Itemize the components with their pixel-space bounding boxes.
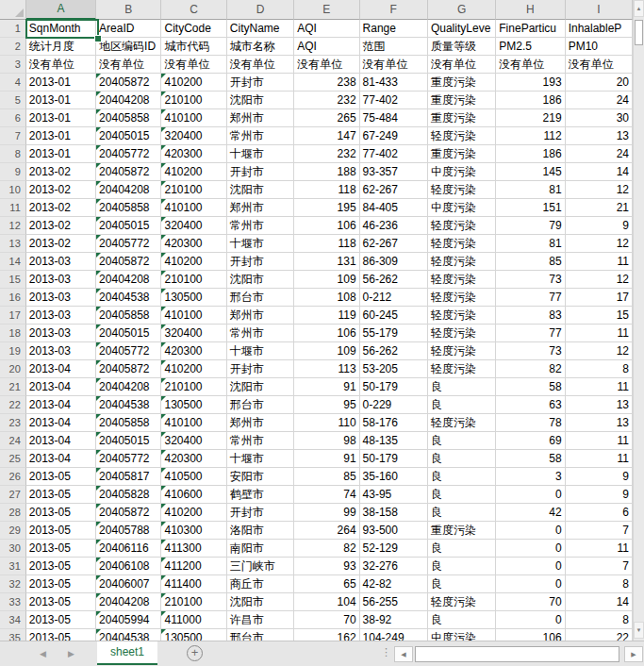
row-header-27[interactable]: 27: [0, 486, 26, 504]
row-header-31[interactable]: 31: [0, 558, 26, 575]
cell-B4[interactable]: 20405872: [96, 74, 161, 92]
cell-C32[interactable]: 411400: [161, 575, 226, 593]
cell-G15[interactable]: 轻度污染: [428, 271, 496, 289]
cell-C26[interactable]: 410500: [161, 468, 226, 486]
row-header-24[interactable]: 24: [0, 432, 26, 450]
cell-H1[interactable]: FineParticu: [496, 20, 565, 38]
cell-D16[interactable]: 邢台市: [227, 289, 294, 307]
cell-E12[interactable]: 106: [294, 217, 359, 235]
cell-A27[interactable]: 2013-05: [26, 486, 96, 504]
cell-E15[interactable]: 109: [294, 271, 359, 289]
row-header-32[interactable]: 32: [0, 575, 26, 593]
cell-A22[interactable]: 2013-04: [26, 396, 96, 414]
cell-H29[interactable]: 0: [496, 522, 565, 540]
cell-C3[interactable]: 没有单位: [161, 56, 226, 74]
cell-E26[interactable]: 85: [294, 468, 359, 486]
cell-C31[interactable]: 411200: [161, 558, 226, 575]
cell-C2[interactable]: 城市代码: [161, 38, 226, 56]
cell-I12[interactable]: 9: [566, 217, 633, 235]
cell-E1[interactable]: AQI: [294, 20, 359, 38]
cell-D29[interactable]: 洛阳市: [227, 522, 294, 540]
cell-I11[interactable]: 21: [566, 199, 633, 217]
cell-D15[interactable]: 沈阳市: [227, 271, 294, 289]
scroll-left-button[interactable]: ◀: [394, 646, 413, 662]
cell-G23[interactable]: 轻度污染: [428, 414, 496, 432]
select-all-corner[interactable]: [0, 0, 26, 20]
row-header-35[interactable]: 35: [0, 629, 26, 641]
cell-I15[interactable]: 12: [566, 271, 633, 289]
cell-F21[interactable]: 50-179: [360, 378, 428, 396]
cell-I3[interactable]: 没有单位: [566, 56, 633, 74]
row-header-7[interactable]: 7: [0, 127, 26, 145]
cell-B12[interactable]: 20405015: [96, 217, 161, 235]
cell-I18[interactable]: 11: [566, 325, 633, 342]
cell-I22[interactable]: 13: [566, 396, 633, 414]
cell-G27[interactable]: 良: [428, 486, 496, 504]
cell-D17[interactable]: 郑州市: [227, 307, 294, 325]
cell-F30[interactable]: 52-129: [360, 540, 428, 558]
column-header-H[interactable]: H: [496, 0, 565, 20]
cell-E24[interactable]: 98: [294, 432, 359, 450]
cell-I19[interactable]: 12: [566, 342, 633, 360]
cell-A35[interactable]: 2013-05: [26, 629, 96, 641]
cell-G11[interactable]: 中度污染: [428, 199, 496, 217]
cell-F12[interactable]: 46-236: [360, 217, 428, 235]
cell-G10[interactable]: 轻度污染: [428, 181, 496, 199]
cell-F17[interactable]: 60-245: [360, 307, 428, 325]
column-header-F[interactable]: F: [360, 0, 428, 20]
cell-E7[interactable]: 147: [294, 127, 359, 145]
cell-D27[interactable]: 鹤壁市: [227, 486, 294, 504]
cell-F8[interactable]: 77-402: [360, 145, 428, 163]
cell-G22[interactable]: 良: [428, 396, 496, 414]
cell-I6[interactable]: 30: [566, 109, 633, 127]
cell-F13[interactable]: 62-267: [360, 235, 428, 253]
cell-B22[interactable]: 20404538: [96, 396, 161, 414]
cell-H21[interactable]: 58: [496, 378, 565, 396]
cell-G25[interactable]: 良: [428, 450, 496, 468]
cell-C25[interactable]: 420300: [161, 450, 226, 468]
cell-A4[interactable]: 2013-01: [26, 74, 96, 92]
cell-D3[interactable]: 没有单位: [227, 56, 294, 74]
row-header-28[interactable]: 28: [0, 504, 26, 522]
cell-C17[interactable]: 410100: [161, 307, 226, 325]
row-header-9[interactable]: 9: [0, 163, 26, 181]
cell-H26[interactable]: 3: [496, 468, 565, 486]
cell-B19[interactable]: 20405772: [96, 342, 161, 360]
cell-A9[interactable]: 2013-02: [26, 163, 96, 181]
cell-F18[interactable]: 55-179: [360, 325, 428, 342]
cell-F5[interactable]: 77-402: [360, 92, 428, 109]
cell-H8[interactable]: 186: [496, 145, 565, 163]
cell-C33[interactable]: 210100: [161, 593, 226, 611]
cell-B34[interactable]: 20405994: [96, 611, 161, 629]
cell-A25[interactable]: 2013-04: [26, 450, 96, 468]
cell-D14[interactable]: 开封市: [227, 253, 294, 271]
cell-H13[interactable]: 81: [496, 235, 565, 253]
cell-B3[interactable]: 没有单位: [96, 56, 161, 74]
cell-B33[interactable]: 20404208: [96, 593, 161, 611]
cell-D7[interactable]: 常州市: [227, 127, 294, 145]
cell-A13[interactable]: 2013-02: [26, 235, 96, 253]
row-header-4[interactable]: 4: [0, 74, 26, 92]
cell-E16[interactable]: 108: [294, 289, 359, 307]
cell-G13[interactable]: 轻度污染: [428, 235, 496, 253]
cell-A6[interactable]: 2013-01: [26, 109, 96, 127]
cell-G1[interactable]: QualityLeve: [428, 20, 496, 38]
cell-E11[interactable]: 195: [294, 199, 359, 217]
cell-B15[interactable]: 20404208: [96, 271, 161, 289]
cell-H19[interactable]: 73: [496, 342, 565, 360]
cell-G21[interactable]: 良: [428, 378, 496, 396]
cell-F10[interactable]: 62-267: [360, 181, 428, 199]
cell-H17[interactable]: 83: [496, 307, 565, 325]
cell-E3[interactable]: 没有单位: [294, 56, 359, 74]
cell-F32[interactable]: 42-82: [360, 575, 428, 593]
cell-D26[interactable]: 安阳市: [227, 468, 294, 486]
cell-C6[interactable]: 410100: [161, 109, 226, 127]
row-header-26[interactable]: 26: [0, 468, 26, 486]
cell-H9[interactable]: 145: [496, 163, 565, 181]
cell-I34[interactable]: 8: [566, 611, 633, 629]
cell-I33[interactable]: 14: [566, 593, 633, 611]
cell-H18[interactable]: 77: [496, 325, 565, 342]
row-header-1[interactable]: 1: [0, 20, 26, 38]
cell-H30[interactable]: 0: [496, 540, 565, 558]
cell-B5[interactable]: 20404208: [96, 92, 161, 109]
